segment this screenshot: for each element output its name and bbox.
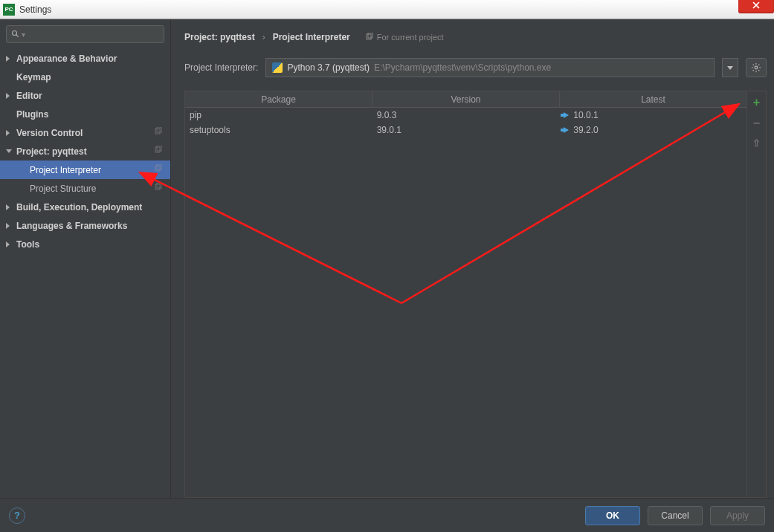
table-body: pip9.0.310.0.1setuptools39.0.139.2.0	[185, 108, 746, 497]
sidebar-item-appearance-behavior[interactable]: Appearance & Behavior	[0, 49, 170, 68]
cell-version: 9.0.3	[373, 110, 560, 120]
breadcrumb-project: Project: pyqttest	[184, 32, 255, 42]
svg-rect-6	[155, 166, 160, 171]
upgrade-available-icon	[564, 127, 569, 133]
settings-sidebar: ▾ Appearance & BehaviorKeymapEditorPlugi…	[0, 19, 171, 498]
chevron-down-icon	[6, 149, 12, 153]
settings-content: Project: pyqttest › Project Interpreter …	[171, 19, 774, 498]
chevron-down-icon	[727, 66, 733, 70]
column-version[interactable]: Version	[373, 91, 560, 107]
breadcrumb: Project: pyqttest › Project Interpreter …	[184, 28, 767, 46]
project-scope-icon	[154, 127, 163, 138]
window-title: Settings	[19, 4, 51, 15]
sidebar-item-editor[interactable]: Editor	[0, 86, 170, 105]
sidebar-item-label: Project: pyqttest	[16, 146, 87, 157]
table-row[interactable]: pip9.0.310.0.1	[185, 108, 746, 123]
packages-table: Package Version Latest pip9.0.310.0.1set…	[185, 91, 746, 497]
upgrade-available-icon	[564, 112, 569, 118]
cell-latest: 10.0.1	[559, 110, 746, 120]
help-button[interactable]: ?	[9, 507, 25, 524]
gear-icon	[751, 62, 761, 73]
for-current-project-hint: For current project	[365, 33, 444, 42]
package-toolbar: + − ⇧	[746, 91, 766, 497]
sidebar-item-project-structure[interactable]: Project Structure	[0, 179, 170, 198]
cell-package: pip	[185, 110, 373, 120]
sidebar-item-build-execution-deployment[interactable]: Build, Execution, Deployment	[0, 198, 170, 216]
chevron-right-icon	[6, 130, 10, 136]
interpreter-dropdown-button[interactable]	[722, 58, 738, 77]
sidebar-item-label: Editor	[16, 91, 42, 101]
svg-rect-11	[368, 33, 373, 38]
sidebar-item-label: Project Structure	[30, 184, 96, 194]
dialog-footer: ? OK Cancel Apply	[0, 498, 774, 532]
sidebar-item-label: Plugins	[16, 109, 48, 120]
sidebar-item-label: Appearance & Behavior	[16, 53, 117, 64]
sidebar-item-project-interpreter[interactable]: Project Interpreter	[0, 160, 170, 179]
svg-rect-7	[157, 164, 161, 169]
search-icon	[11, 30, 20, 39]
cancel-button[interactable]: Cancel	[648, 506, 703, 525]
interpreter-row: Project Interpreter: Python 3.7 (pyqttes…	[184, 58, 767, 77]
svg-rect-3	[157, 127, 161, 132]
svg-rect-10	[367, 34, 371, 39]
chevron-right-icon	[6, 93, 10, 99]
svg-rect-4	[155, 147, 160, 152]
window-close-button[interactable]	[738, 0, 774, 13]
apply-button[interactable]: Apply	[710, 506, 765, 525]
sidebar-item-version-control[interactable]: Version Control	[0, 123, 170, 142]
breadcrumb-separator: ›	[262, 32, 265, 42]
interpreter-path: E:\Pycharm\pyqttest\venv\Scripts\python.…	[374, 62, 551, 73]
project-scope-icon	[154, 183, 163, 194]
sidebar-item-plugins[interactable]: Plugins	[0, 105, 170, 123]
project-scope-icon	[154, 146, 163, 157]
svg-rect-5	[157, 146, 161, 151]
sidebar-item-label: Project Interpreter	[30, 165, 101, 175]
table-header: Package Version Latest	[185, 91, 746, 108]
packages-table-wrap: Package Version Latest pip9.0.310.0.1set…	[184, 91, 767, 498]
settings-search-input[interactable]: ▾	[6, 25, 164, 43]
sidebar-item-label: Keymap	[16, 72, 51, 82]
workspace: ▾ Appearance & BehaviorKeymapEditorPlugi…	[0, 19, 774, 498]
chevron-right-icon	[6, 241, 10, 247]
cell-version: 39.0.1	[373, 125, 560, 135]
chevron-down-icon: ▾	[22, 30, 25, 39]
project-scope-icon	[154, 164, 163, 175]
sidebar-item-keymap[interactable]: Keymap	[0, 68, 170, 86]
upgrade-package-button[interactable]: ⇧	[752, 137, 761, 149]
column-latest[interactable]: Latest	[560, 91, 746, 107]
svg-line-1	[16, 35, 19, 37]
cell-latest: 39.2.0	[559, 125, 746, 135]
add-package-button[interactable]: +	[753, 96, 760, 109]
copy-icon	[365, 33, 374, 42]
sidebar-item-label: Build, Execution, Deployment	[16, 202, 142, 213]
svg-rect-2	[155, 129, 160, 134]
svg-point-0	[13, 31, 17, 36]
interpreter-label: Project Interpreter:	[184, 62, 258, 73]
settings-tree: Appearance & BehaviorKeymapEditorPlugins…	[0, 49, 170, 498]
chevron-right-icon	[6, 223, 10, 229]
table-row[interactable]: setuptools39.0.139.2.0	[185, 123, 746, 137]
svg-rect-9	[157, 183, 161, 188]
sidebar-item-label: Tools	[16, 239, 39, 250]
sidebar-item-label: Version Control	[16, 128, 83, 138]
python-icon	[272, 62, 283, 73]
sidebar-item-tools[interactable]: Tools	[0, 235, 170, 253]
breadcrumb-page: Project Interpreter	[273, 32, 350, 42]
svg-point-12	[755, 66, 758, 69]
chevron-right-icon	[6, 56, 10, 62]
pycharm-icon: PC	[3, 4, 15, 16]
sidebar-item-project-pyqttest[interactable]: Project: pyqttest	[0, 142, 170, 160]
sidebar-item-label: Languages & Frameworks	[16, 221, 127, 231]
cell-package: setuptools	[185, 125, 373, 135]
interpreter-name: Python 3.7 (pyqttest)	[287, 62, 370, 73]
column-package[interactable]: Package	[185, 91, 373, 107]
chevron-right-icon	[6, 204, 10, 210]
sidebar-item-languages-frameworks[interactable]: Languages & Frameworks	[0, 216, 170, 235]
ok-button[interactable]: OK	[585, 506, 640, 525]
remove-package-button[interactable]: −	[753, 117, 760, 130]
titlebar: PC Settings	[0, 0, 774, 19]
interpreter-settings-button[interactable]	[746, 58, 767, 77]
interpreter-select[interactable]: Python 3.7 (pyqttest) E:\Pycharm\pyqttes…	[265, 58, 715, 77]
svg-rect-8	[155, 184, 160, 189]
